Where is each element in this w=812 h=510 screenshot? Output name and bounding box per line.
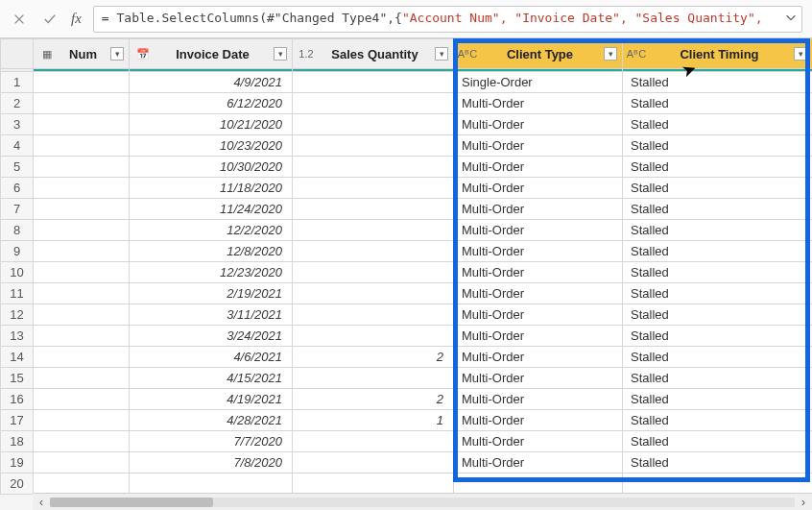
cell-client-timing[interactable]: Stalled xyxy=(623,304,813,326)
table-row[interactable]: 133/24/2021Multi-OrderStalled xyxy=(1,326,813,347)
cell-num[interactable] xyxy=(34,452,130,474)
cell-sales-quantity[interactable] xyxy=(293,262,454,283)
cell-client-timing[interactable]: Stalled xyxy=(623,431,813,452)
cell-num[interactable] xyxy=(34,199,130,220)
cell-num[interactable] xyxy=(34,157,130,178)
cell-invoice-date[interactable] xyxy=(130,474,293,495)
cell-client-type[interactable]: Multi-Order xyxy=(454,114,623,135)
cell-client-type[interactable]: Multi-Order xyxy=(454,410,623,431)
cell-client-timing[interactable]: Stalled xyxy=(623,368,813,389)
table-row[interactable]: 14/9/2021Single-OrderStalled xyxy=(1,72,813,93)
cell-num[interactable] xyxy=(34,347,130,368)
cell-client-type[interactable]: Multi-Order xyxy=(454,262,623,283)
cell-client-timing[interactable]: Stalled xyxy=(623,283,813,304)
cancel-formula-button[interactable] xyxy=(10,10,29,29)
filter-button[interactable]: ▾ xyxy=(274,47,287,61)
filter-button[interactable]: ▾ xyxy=(435,47,448,61)
table-row[interactable]: 174/28/20211Multi-OrderStalled xyxy=(1,410,813,431)
table-row[interactable]: 410/23/2020Multi-OrderStalled xyxy=(1,135,813,157)
cell-num[interactable] xyxy=(34,114,130,135)
cell-client-timing[interactable]: Stalled xyxy=(623,178,813,199)
cell-invoice-date[interactable]: 3/24/2021 xyxy=(130,326,293,347)
row-number[interactable]: 8 xyxy=(1,220,34,241)
cell-client-type[interactable]: Multi-Order xyxy=(454,135,623,157)
cell-sales-quantity[interactable] xyxy=(293,199,454,220)
cell-invoice-date[interactable]: 2/19/2021 xyxy=(130,283,293,304)
table-row[interactable]: 154/15/2021Multi-OrderStalled xyxy=(1,368,813,389)
cell-sales-quantity[interactable] xyxy=(293,283,454,304)
table-row[interactable]: 187/7/2020Multi-OrderStalled xyxy=(1,431,813,452)
cell-client-type[interactable]: Multi-Order xyxy=(454,389,623,410)
table-row[interactable]: 144/6/20212Multi-OrderStalled xyxy=(1,347,813,368)
cell-client-timing[interactable]: Stalled xyxy=(623,326,813,347)
cell-sales-quantity[interactable] xyxy=(293,368,454,389)
row-number[interactable]: 5 xyxy=(1,157,34,178)
row-number[interactable]: 15 xyxy=(1,368,34,389)
cell-invoice-date[interactable]: 3/11/2021 xyxy=(130,304,293,326)
cell-client-type[interactable]: Multi-Order xyxy=(454,347,623,368)
filter-button[interactable]: ▾ xyxy=(110,47,124,61)
scroll-right-button[interactable]: › xyxy=(795,494,812,511)
row-number[interactable]: 13 xyxy=(1,326,34,347)
cell-invoice-date[interactable]: 4/15/2021 xyxy=(130,368,293,389)
column-header-num[interactable]: ▦ Num ▾ xyxy=(34,39,130,69)
cell-client-type[interactable]: Multi-Order xyxy=(454,304,623,326)
cell-invoice-date[interactable]: 4/28/2021 xyxy=(130,410,293,431)
cell-num[interactable] xyxy=(34,262,130,283)
cell-client-timing[interactable]: Stalled xyxy=(623,389,813,410)
cell-client-type[interactable]: Multi-Order xyxy=(454,178,623,199)
table-row[interactable]: 611/18/2020Multi-OrderStalled xyxy=(1,178,813,199)
row-number[interactable]: 7 xyxy=(1,199,34,220)
cell-client-type[interactable]: Single-Order xyxy=(454,72,623,93)
cell-client-timing[interactable]: Stalled xyxy=(623,157,813,178)
cell-client-type[interactable]: Multi-Order xyxy=(454,241,623,262)
cell-invoice-date[interactable]: 10/30/2020 xyxy=(130,157,293,178)
cell-client-timing[interactable]: Stalled xyxy=(623,347,813,368)
table-row[interactable]: 711/24/2020Multi-OrderStalled xyxy=(1,199,813,220)
cell-client-timing[interactable]: Stalled xyxy=(623,199,813,220)
filter-button[interactable]: ▾ xyxy=(794,47,807,61)
cell-sales-quantity[interactable]: 1 xyxy=(293,410,454,431)
cell-num[interactable] xyxy=(34,241,130,262)
row-number[interactable]: 4 xyxy=(1,135,34,157)
cell-invoice-date[interactable]: 12/8/2020 xyxy=(130,241,293,262)
cell-num[interactable] xyxy=(34,135,130,157)
cell-invoice-date[interactable]: 10/23/2020 xyxy=(130,135,293,157)
table-row[interactable]: 164/19/20212Multi-OrderStalled xyxy=(1,389,813,410)
table-row[interactable]: 26/12/2020Multi-OrderStalled xyxy=(1,93,813,114)
cell-client-type[interactable]: Multi-Order xyxy=(454,283,623,304)
cell-client-timing[interactable]: Stalled xyxy=(623,220,813,241)
column-header-invoice-date[interactable]: 📅 Invoice Date ▾ xyxy=(130,39,293,69)
cell-client-timing[interactable]: Stalled xyxy=(623,262,813,283)
cell-client-type[interactable]: Multi-Order xyxy=(454,199,623,220)
column-header-client-timing[interactable]: AᴮC Client Timing ▾ xyxy=(623,39,813,69)
scroll-track[interactable] xyxy=(50,498,795,507)
cell-num[interactable] xyxy=(34,283,130,304)
cell-num[interactable] xyxy=(34,72,130,93)
row-number[interactable]: 9 xyxy=(1,241,34,262)
table-row[interactable]: 310/21/2020Multi-OrderStalled xyxy=(1,114,813,135)
cell-invoice-date[interactable]: 12/2/2020 xyxy=(130,220,293,241)
row-number[interactable]: 10 xyxy=(1,262,34,283)
row-number[interactable]: 6 xyxy=(1,178,34,199)
cell-sales-quantity[interactable] xyxy=(293,157,454,178)
cell-invoice-date[interactable]: 11/18/2020 xyxy=(130,178,293,199)
cell-client-timing[interactable]: Stalled xyxy=(623,114,813,135)
formula-input[interactable]: = Table.SelectColumns(#"Changed Type4",{… xyxy=(93,6,802,33)
row-number[interactable]: 16 xyxy=(1,389,34,410)
cell-num[interactable] xyxy=(34,389,130,410)
cell-num[interactable] xyxy=(34,93,130,114)
cell-sales-quantity[interactable] xyxy=(293,474,454,495)
cell-sales-quantity[interactable] xyxy=(293,72,454,93)
row-number[interactable]: 14 xyxy=(1,347,34,368)
cell-client-timing[interactable]: Stalled xyxy=(623,135,813,157)
table-row[interactable]: 510/30/2020Multi-OrderStalled xyxy=(1,157,813,178)
cell-client-type[interactable]: Multi-Order xyxy=(454,368,623,389)
cell-client-type[interactable] xyxy=(454,474,623,495)
cell-client-timing[interactable]: Stalled xyxy=(623,93,813,114)
cell-num[interactable] xyxy=(34,326,130,347)
cell-sales-quantity[interactable]: 2 xyxy=(293,347,454,368)
row-number[interactable]: 3 xyxy=(1,114,34,135)
row-number[interactable]: 1 xyxy=(1,72,34,93)
cell-invoice-date[interactable]: 6/12/2020 xyxy=(130,93,293,114)
